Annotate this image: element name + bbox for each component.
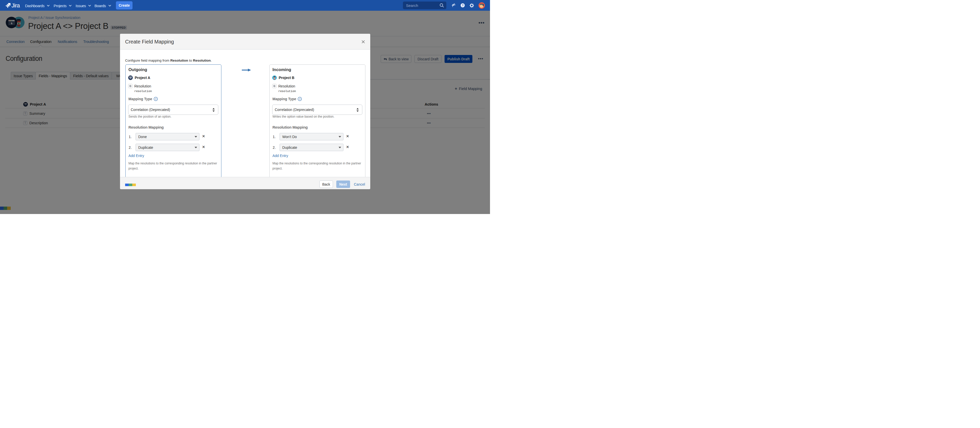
svg-text:?: ?: [155, 97, 156, 101]
svg-text:?: ?: [299, 97, 301, 101]
svg-text:?: ?: [462, 4, 464, 7]
